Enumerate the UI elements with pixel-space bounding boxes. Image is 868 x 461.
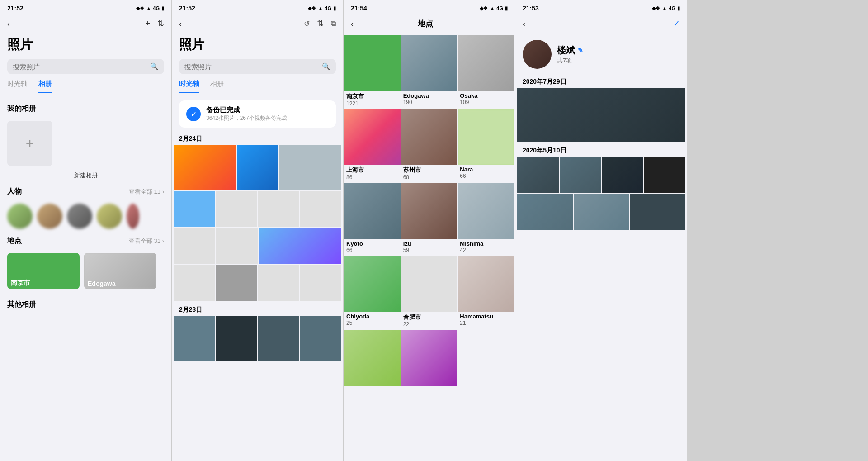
photo-cell-9[interactable] — [216, 228, 258, 264]
place-item-shanghai[interactable]: 上海市 86 — [344, 109, 401, 183]
year-section-2020-07: 2020年7月29日 — [515, 74, 687, 88]
person-avatar-5[interactable] — [127, 204, 139, 229]
photo-cell-10[interactable] — [259, 228, 342, 264]
place-item-hamamatsu[interactable]: Hamamatsu 21 — [458, 256, 514, 329]
refresh-icon-2[interactable]: ↺ — [304, 19, 310, 28]
tab-timeline-1[interactable]: 时光轴 — [7, 80, 28, 93]
add-icon-1[interactable]: + — [145, 19, 150, 29]
photo-cell-4[interactable] — [174, 191, 215, 227]
person-photo-2[interactable] — [517, 157, 559, 193]
search-input-1[interactable] — [13, 63, 146, 71]
place-item-edogawa[interactable]: Edogawa 190 — [401, 35, 458, 109]
tab-albums-2[interactable]: 相册 — [210, 80, 224, 93]
person-big-avatar[interactable] — [523, 40, 552, 69]
sort-icon-1[interactable]: ⇅ — [157, 19, 164, 29]
tab-timeline-2[interactable]: 时光轴 — [179, 80, 199, 93]
photo-cell-5[interactable] — [216, 191, 257, 227]
person-photo-6[interactable] — [517, 194, 573, 230]
status-time-4: 21:53 — [523, 5, 539, 12]
backup-check-icon: ✓ — [186, 107, 201, 121]
person-photo-4[interactable] — [602, 157, 643, 193]
photo-cell-6[interactable] — [258, 191, 299, 227]
my-albums-title: 我的相册 — [7, 104, 36, 114]
screen-1: 21:52 ◆❖ ▲ 4G ▮ ‹ + ⇅ 照片 🔍 时光轴 相册 — [0, 0, 172, 461]
search-bar-2[interactable]: 🔍 — [179, 59, 336, 74]
status-time-3: 21:54 — [351, 5, 367, 12]
network-icon-4: 4G — [669, 5, 675, 11]
status-time-2: 21:52 — [179, 5, 195, 12]
place-item-nara[interactable]: Nara 66 — [458, 109, 514, 183]
person-photo-3[interactable] — [560, 157, 601, 193]
place-name-nara: Nara — [458, 165, 514, 173]
person-avatar-2[interactable] — [37, 204, 62, 229]
place-item-extra2[interactable] — [401, 330, 458, 389]
place-item-suzhou[interactable]: 苏州市 68 — [401, 109, 458, 183]
photo-cell-13[interactable] — [258, 265, 299, 301]
photo-cell-7[interactable] — [300, 191, 341, 227]
back-button-1[interactable]: ‹ — [7, 19, 10, 29]
place-item-extra1[interactable] — [344, 330, 401, 389]
places-more[interactable]: 查看全部 31 › — [129, 237, 164, 245]
people-more[interactable]: 查看全部 11 › — [129, 188, 164, 196]
backup-text: 备份已完成 3642张照片，267个视频备份完成 — [206, 106, 287, 122]
place-item-kyoto[interactable]: Kyoto 66 — [344, 183, 401, 255]
people-row — [0, 200, 171, 233]
signal-icon-2: ◆❖ — [308, 5, 316, 11]
page-title-1: 照片 — [0, 34, 171, 59]
status-bar-4: 21:53 ◆❖ ▲ 4G ▮ — [515, 0, 687, 14]
search-input-2[interactable] — [184, 63, 318, 71]
place-name-hefei: 合肥市 — [401, 312, 458, 321]
photo-cell-17[interactable] — [258, 316, 299, 361]
tab-bar-2: 时光轴 相册 — [172, 80, 343, 93]
photo-cell-16[interactable] — [216, 316, 257, 361]
photo-cell-11[interactable] — [174, 265, 215, 301]
person-photo-8[interactable] — [630, 194, 685, 230]
person-photo-5[interactable] — [644, 157, 686, 193]
network-icon-2: 4G — [325, 5, 331, 11]
status-icons-2: ◆❖ ▲ 4G ▮ — [308, 5, 336, 11]
back-button-4[interactable]: ‹ — [523, 19, 526, 29]
search-bar-1[interactable]: 🔍 — [7, 59, 164, 74]
search-icon-2: 🔍 — [322, 62, 330, 71]
location-edogawa[interactable]: Edogawa — [84, 253, 156, 289]
screen-4: 21:53 ◆❖ ▲ 4G ▮ ‹ ✓ 楼斌 ✎ 共7项 — [515, 0, 687, 461]
photo-cell-3[interactable] — [279, 145, 341, 190]
person-avatar-1[interactable] — [7, 204, 33, 229]
photo-row-4 — [174, 265, 341, 301]
photo-row-2 — [174, 191, 341, 227]
place-item-izu[interactable]: Izu 59 — [401, 183, 458, 255]
place-item-hefei[interactable]: 合肥市 22 — [401, 256, 458, 329]
photo-row-3 — [174, 228, 341, 264]
check-icon-4[interactable]: ✓ — [673, 19, 680, 29]
sort-icon-2[interactable]: ⇅ — [317, 19, 324, 29]
place-item-chiyoda[interactable]: Chiyoda 25 — [344, 256, 401, 329]
photo-cell-2[interactable] — [237, 145, 278, 190]
place-name-nanjing: 南京市 — [344, 91, 401, 100]
nav-bar-2: ‹ ↺ ⇅ ⧉ — [172, 14, 343, 34]
edit-icon[interactable]: ✎ — [578, 47, 583, 54]
back-button-3[interactable]: ‹ — [351, 19, 354, 29]
backup-title: 备份已完成 — [206, 106, 287, 114]
person-photo-1[interactable] — [517, 88, 685, 142]
photo-cell-8[interactable] — [174, 228, 215, 264]
status-bar-2: 21:52 ◆❖ ▲ 4G ▮ — [172, 0, 343, 14]
plus-icon: + — [26, 136, 34, 151]
place-count-edogawa: 190 — [401, 99, 458, 107]
place-count-chiyoda: 25 — [344, 320, 401, 328]
place-item-nanjing[interactable]: 南京市 1221 — [344, 35, 401, 109]
new-album-button[interactable]: + — [7, 121, 52, 166]
photo-cell-12[interactable] — [216, 265, 257, 301]
copy-icon-2[interactable]: ⧉ — [331, 19, 336, 28]
place-item-mishima[interactable]: Mishima 42 — [458, 183, 514, 255]
photo-cell-14[interactable] — [300, 265, 341, 301]
person-avatar-4[interactable] — [97, 204, 122, 229]
place-item-osaka[interactable]: Osaka 109 — [458, 35, 514, 109]
person-avatar-3[interactable] — [67, 204, 92, 229]
photo-cell-15[interactable] — [174, 316, 215, 361]
back-button-2[interactable]: ‹ — [179, 19, 182, 29]
person-photo-7[interactable] — [574, 194, 629, 230]
tab-albums-1[interactable]: 相册 — [38, 80, 52, 93]
photo-cell-1[interactable] — [174, 145, 236, 190]
photo-cell-18[interactable] — [300, 316, 341, 361]
location-nanjing[interactable]: 南京市 — [7, 253, 80, 289]
